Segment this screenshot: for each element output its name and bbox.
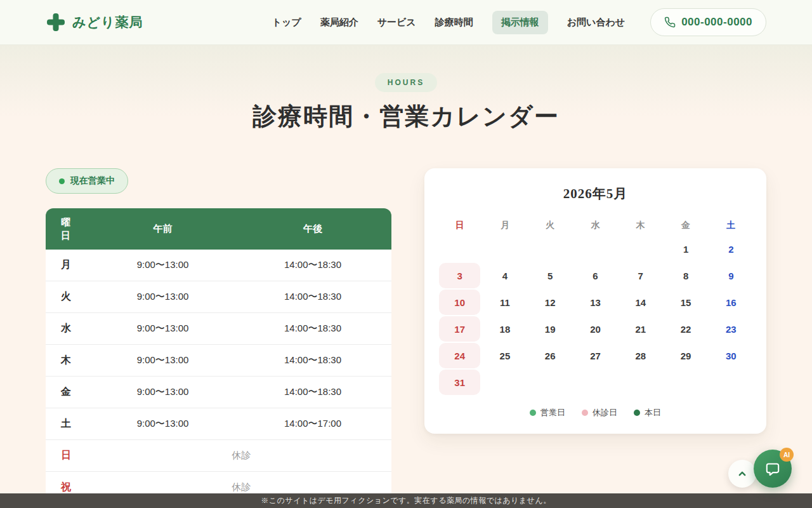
calendar-cell-closed: 31 [439,370,480,395]
calendar-cell: 19 [530,316,571,342]
calendar-cell: 13 [575,290,616,315]
calendar-cell: 26 [530,343,571,368]
weekday-header-sat: 土 [709,215,754,236]
ai-badge: AI [780,448,794,462]
legend-today-dot-icon [634,410,640,416]
calendar-cell [530,236,571,262]
calendar-cell: 20 [575,316,616,342]
calendar-cell [575,236,616,262]
calendar-cell: 22 [665,316,706,342]
calendar-legend: 営業日 休診日 本日 [437,407,754,418]
legend-closed-day: 休診日 [582,407,617,418]
calendar-grid: 日 月 火 水 木 金 土 1 2 3 4 5 [437,215,754,396]
calendar-cell: 29 [665,343,706,368]
calendar-cell: 4 [484,263,525,288]
calendar-cell-closed: 10 [439,290,480,315]
header: みどり薬局 トップ 薬局紹介 サービス 診療時間 掲示情報 お問い合わせ 000… [0,0,812,45]
nav-item-services[interactable]: サービス [377,17,416,29]
calendar-cell: 9 [710,263,752,288]
nav-item-hours[interactable]: 診療時間 [435,17,473,29]
calendar-cell [575,370,616,395]
col-header-day: 曜日 [46,208,91,250]
table-row-sat: 土 9:00〜13:00 14:00〜17:00 [46,408,391,440]
hours-eyebrow-badge: HOURS [375,73,437,92]
calendar-cell [530,370,571,395]
calendar-cell: 27 [575,343,616,368]
calendar-cell: 21 [620,316,661,342]
weekday-header-fri: 金 [663,215,708,236]
calendar-cell: 14 [620,290,661,315]
calendar-cell: 6 [575,263,616,288]
legend-open-day: 営業日 [530,407,565,418]
calendar-cell-closed: 3 [439,263,480,288]
hours-column: 現在営業中 曜日 午前 午後 月 9:00〜13:00 [46,168,391,504]
page: みどり薬局 トップ 薬局紹介 サービス 診療時間 掲示情報 お問い合わせ 000… [0,0,812,508]
content-columns: 現在営業中 曜日 午前 午後 月 9:00〜13:00 [0,168,812,504]
calendar-cell [710,370,752,395]
calendar-month-title: 2026年5月 [437,185,754,203]
table-row-sun: 日 休診 [46,440,391,472]
weekday-header-wed: 水 [573,215,618,236]
calendar-cell: 12 [530,290,571,315]
legend-open-dot-icon [530,410,536,416]
calendar-cell: 28 [620,343,661,368]
calendar-cell [484,370,525,395]
calendar-cell: 16 [710,290,752,315]
main-section: HOURS 診療時間・営業カレンダー 現在営業中 曜日 午前 午後 [0,45,812,508]
calendar-cell: 7 [620,263,661,288]
table-row-tue: 火 9:00〜13:00 14:00〜18:30 [46,281,391,313]
nav-item-news-active[interactable]: 掲示情報 [492,11,548,34]
calendar-cell [665,370,706,395]
table-row-fri: 金 9:00〜13:00 14:00〜18:30 [46,377,391,408]
calendar-card: 2026年5月 日 月 火 水 木 金 土 1 2 3 [424,168,766,434]
weekday-header-sun: 日 [437,215,482,236]
weekday-header-tue: 火 [528,215,573,236]
col-header-pm: 午後 [234,208,391,250]
weekday-header-mon: 月 [482,215,527,236]
ai-chat-button[interactable]: AI [754,450,792,488]
calendar-cell: 23 [710,316,752,342]
open-status-dot-icon [59,178,65,184]
chat-bubble-icon [764,460,782,478]
nav-item-contact[interactable]: お問い合わせ [567,17,625,29]
calendar-cell [620,236,661,262]
footer-disclaimer-bar: ※このサイトはデモ用フィクションです。実在する薬局の情報ではありません。 [0,493,812,508]
table-row-thu: 木 9:00〜13:00 14:00〜18:30 [46,345,391,377]
calendar-cell-closed: 24 [439,343,480,368]
weekday-header-thu: 木 [618,215,663,236]
nav-item-top[interactable]: トップ [272,17,301,29]
scroll-to-top-button[interactable] [728,460,756,488]
calendar-cell: 11 [484,290,525,315]
open-status-label: 現在営業中 [70,175,115,187]
open-status-badge: 現在営業中 [46,168,128,194]
calendar-cell: 18 [484,316,525,342]
logo-text: みどり薬局 [72,13,143,31]
legend-closed-dot-icon [582,410,588,416]
phone-number: 000-000-0000 [681,16,752,29]
calendar-cell [620,370,661,395]
calendar-cell [484,236,525,262]
logo[interactable]: みどり薬局 [46,12,143,32]
phone-button[interactable]: 000-000-0000 [650,8,766,36]
calendar-cell: 8 [665,263,706,288]
hours-table-header-row: 曜日 午前 午後 [46,208,391,250]
phone-icon [664,17,676,28]
calendar-cell-closed: 17 [439,316,480,342]
col-header-am: 午前 [91,208,234,250]
plus-icon [46,12,66,32]
chevron-up-icon [736,467,749,480]
table-row-mon: 月 9:00〜13:00 14:00〜18:30 [46,250,391,281]
hero: HOURS 診療時間・営業カレンダー [0,73,812,133]
calendar-cell: 5 [530,263,571,288]
calendar-cell: 1 [665,236,706,262]
calendar-cell: 25 [484,343,525,368]
nav-item-about[interactable]: 薬局紹介 [320,17,358,29]
calendar-cell [439,236,480,262]
hours-table: 曜日 午前 午後 月 9:00〜13:00 14:00〜18:30 火 [46,208,391,504]
legend-today: 本日 [634,407,661,418]
page-title: 診療時間・営業カレンダー [0,100,812,133]
calendar-cell: 30 [710,343,752,368]
calendar-cell: 15 [665,290,706,315]
main-nav: トップ 薬局紹介 サービス 診療時間 掲示情報 お問い合わせ [272,11,625,34]
calendar-cell: 2 [710,236,752,262]
